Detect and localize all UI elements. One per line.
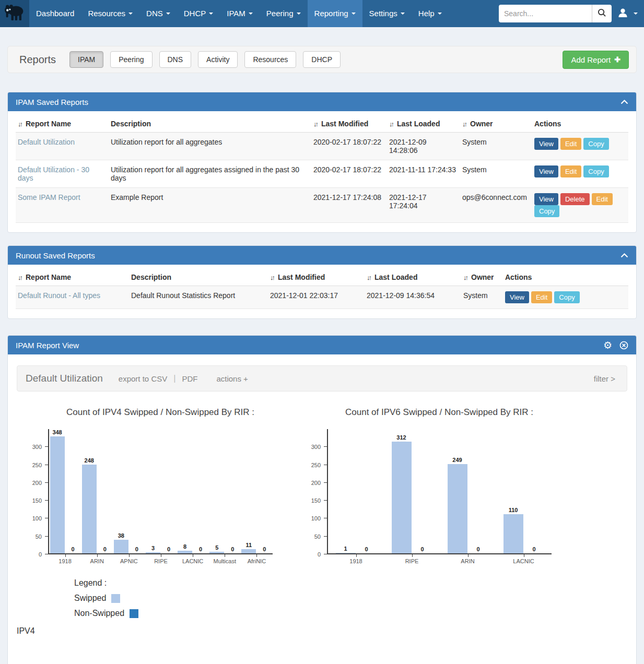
nav-item-ipam[interactable]: IPAM <box>220 0 260 27</box>
nav-item-help[interactable]: Help <box>412 0 449 27</box>
close-circle-icon[interactable] <box>619 341 628 350</box>
app-logo[interactable] <box>0 0 29 27</box>
edit-button[interactable]: Edit <box>560 165 581 177</box>
nav-item-label: DNS <box>146 0 163 27</box>
column-header-owner: ↓↑Owner <box>461 268 503 286</box>
actions-cell: ViewEditCopy <box>503 286 628 309</box>
actions-cell: ViewDeleteEditCopy <box>532 188 628 223</box>
sort-icon[interactable]: ↓↑ <box>18 120 21 128</box>
x-axis-label: RIPE <box>405 558 419 564</box>
bar-value-label: 0 <box>365 546 368 552</box>
tab-dhcp[interactable]: DHCP <box>303 51 341 68</box>
nav-item-settings[interactable]: Settings <box>362 0 412 27</box>
last-modified-cell: 2020-02-17 18:07:22 <box>311 133 387 160</box>
actions-link[interactable]: actions + <box>216 374 248 383</box>
sort-icon[interactable]: ↓↑ <box>389 120 393 128</box>
reports-bar: Reports IPAMPeeringDNSActivityResourcesD… <box>7 46 637 73</box>
column-header-actions: Actions <box>503 268 628 286</box>
tab-dns[interactable]: DNS <box>159 51 192 68</box>
description-cell: Utilization report for all aggregates <box>109 133 311 160</box>
bar-group-ripe: 3120RIPE <box>392 429 432 553</box>
report-name-link[interactable]: Some IPAM Report <box>18 193 80 201</box>
column-label: Last Modified <box>278 273 325 281</box>
sort-icon[interactable]: ↓↑ <box>462 120 466 128</box>
report-title: Default Utilization <box>26 373 103 384</box>
charts-row: Count of IPV4 Swipped / Non-Swipped By R… <box>24 407 628 554</box>
delete-button[interactable]: Delete <box>560 193 590 205</box>
bar-group-1918: 34801918 <box>50 429 80 553</box>
description-cell: Example Report <box>109 188 311 223</box>
last-loaded-cell: 2021-12-09 14:36:54 <box>365 286 461 309</box>
report-name-link[interactable]: Default Utilization - 30 days <box>18 165 89 182</box>
bar-group-arin: 2490ARIN <box>448 429 488 553</box>
x-axis-label: AfriNIC <box>248 558 266 564</box>
copy-button[interactable]: Copy <box>583 165 608 177</box>
column-label: Last Loaded <box>374 273 417 281</box>
tab-activity[interactable]: Activity <box>198 51 238 68</box>
table-row: Some IPAM ReportExample Report2021-12-17… <box>16 188 628 223</box>
tab-ipam[interactable]: IPAM <box>69 51 103 68</box>
bar-value-label: 0 <box>167 546 170 552</box>
panel-title: IPAM Saved Reports <box>16 98 88 106</box>
filter-link[interactable]: filter > <box>594 374 615 383</box>
copy-button[interactable]: Copy <box>534 205 559 217</box>
sort-icon[interactable]: ↓↑ <box>18 274 21 281</box>
view-button[interactable]: View <box>534 138 558 150</box>
nav-item-resources[interactable]: Resources <box>81 0 139 27</box>
column-label: Last Modified <box>321 120 368 128</box>
column-label: Owner <box>471 273 494 281</box>
nav-item-dns[interactable]: DNS <box>139 0 177 27</box>
sort-icon[interactable]: ↓↑ <box>313 120 317 128</box>
last-loaded-cell: 2021-12-17 17:24:04 <box>387 188 460 223</box>
sort-icon[interactable]: ↓↑ <box>367 274 370 281</box>
section-label-ipv4: IPV4 <box>17 626 628 664</box>
search-icon <box>598 8 606 19</box>
tab-resources[interactable]: Resources <box>244 51 296 68</box>
collapse-chevron-up-icon[interactable] <box>620 100 628 104</box>
x-axis-label: ARIN <box>90 558 104 564</box>
view-button[interactable]: View <box>534 165 558 177</box>
bar-swipped <box>448 464 467 553</box>
search-input[interactable] <box>499 5 592 22</box>
report-name-link[interactable]: Default Runout - All types <box>18 291 100 300</box>
y-tick-label: 0 <box>39 551 42 558</box>
edit-button[interactable]: Edit <box>531 291 552 303</box>
x-axis-label: 1918 <box>58 558 71 564</box>
x-tick-mark <box>225 554 225 557</box>
chevron-down-icon <box>249 13 253 15</box>
export-csv-link[interactable]: export to CSV <box>119 374 167 383</box>
export-pdf-link[interactable]: PDF <box>182 374 197 383</box>
sort-icon[interactable]: ↓↑ <box>463 274 467 281</box>
bar-value-label: 1 <box>344 546 347 552</box>
collapse-chevron-up-icon[interactable] <box>620 253 628 258</box>
user-menu[interactable] <box>618 8 638 20</box>
x-axis-label: 1918 <box>349 558 362 564</box>
view-button[interactable]: View <box>505 291 529 303</box>
gear-icon[interactable]: ⚙ <box>603 340 612 350</box>
tab-peering[interactable]: Peering <box>110 51 152 68</box>
nav-item-peering[interactable]: Peering <box>260 0 308 27</box>
y-axis: 050100150200250300 <box>303 429 327 554</box>
last-loaded-cell: 2021-11-11 17:24:33 <box>387 160 460 188</box>
copy-button[interactable]: Copy <box>583 138 608 150</box>
nav-item-dhcp[interactable]: DHCP <box>177 0 220 27</box>
report-name-link[interactable]: Default Utilization <box>18 138 75 146</box>
add-report-button[interactable]: Add Report ✚ <box>563 51 629 69</box>
bar-value-label: 0 <box>103 546 107 552</box>
bar-value-label: 348 <box>52 429 62 435</box>
copy-button[interactable]: Copy <box>554 291 579 303</box>
nav-item-label: Dashboard <box>36 0 74 27</box>
sort-icon[interactable]: ↓↑ <box>270 274 274 281</box>
search-button[interactable] <box>592 5 612 22</box>
chart-1: Count of IPV4 Swipped / Non-Swipped By R… <box>24 407 273 554</box>
edit-button[interactable]: Edit <box>592 193 613 205</box>
plus-icon: ✚ <box>614 55 620 64</box>
column-label: Description <box>111 120 151 128</box>
nav-item-dashboard[interactable]: Dashboard <box>29 0 81 27</box>
x-tick-mark <box>161 554 161 557</box>
edit-button[interactable]: Edit <box>560 138 581 150</box>
view-button[interactable]: View <box>534 193 558 205</box>
panel-title: IPAM Report View <box>16 341 79 350</box>
nav-item-reporting[interactable]: Reporting <box>308 0 362 27</box>
column-label: Owner <box>470 120 493 128</box>
